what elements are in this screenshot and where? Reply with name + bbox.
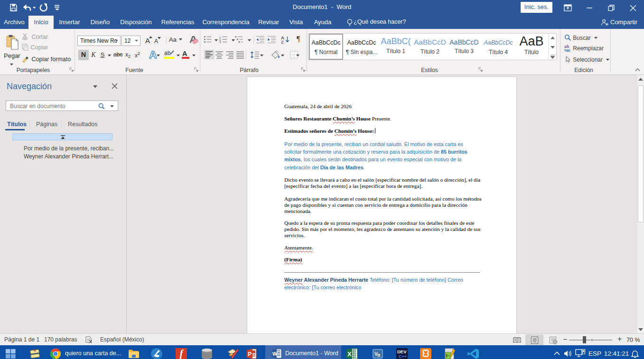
svg-text:Z: Z [281, 39, 284, 44]
svg-text:X: X [347, 350, 352, 358]
svg-text:C++: C++ [399, 354, 407, 359]
svg-text:B: B [377, 353, 381, 358]
svg-text:DEV: DEV [397, 349, 407, 354]
svg-text:3: 3 [219, 41, 221, 43]
svg-text:W: W [272, 351, 278, 357]
svg-text:ac: ac [566, 48, 570, 52]
svg-text:P: P [248, 351, 252, 358]
